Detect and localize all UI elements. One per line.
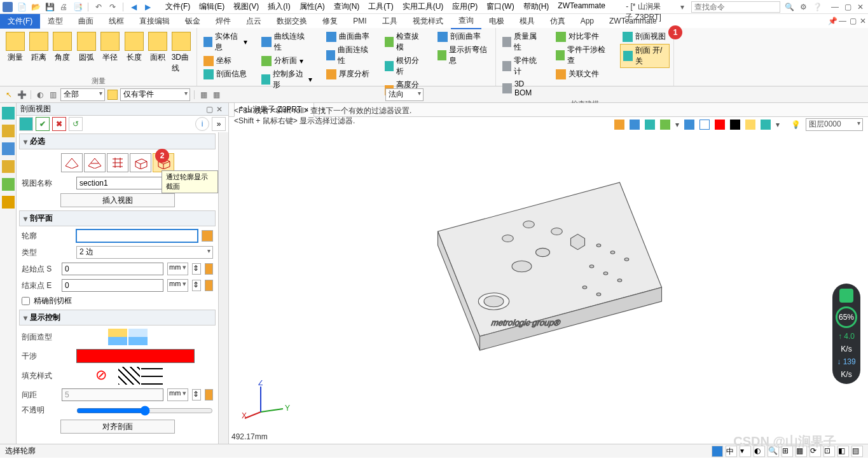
doc-min-icon[interactable]: — [837, 16, 848, 26]
menu-help[interactable]: 帮助(H) [520, 0, 553, 13]
filter-icon[interactable]: ◐ [35, 90, 45, 100]
end-pick-icon[interactable] [205, 280, 213, 291]
shape-3planes[interactable] [107, 153, 128, 172]
tab-weld[interactable]: 焊件 [208, 14, 238, 29]
menu-app[interactable]: 应用(P) [448, 0, 481, 13]
viewport[interactable]: metrologic group® X Y Z 492.17mm [229, 132, 868, 444]
profile-input[interactable] [76, 230, 198, 242]
info-icon[interactable]: i [195, 117, 209, 131]
shape-plane2[interactable] [84, 153, 106, 172]
new-icon[interactable]: 📄 [17, 2, 27, 12]
menu-view[interactable]: 视图(V) [230, 0, 263, 13]
start-step-icon[interactable]: ⇕ [192, 263, 200, 275]
section-required[interactable]: 必选 [19, 134, 216, 149]
sb-icon[interactable]: ◧ [837, 446, 849, 457]
gap-step-icon[interactable]: ⇕ [192, 389, 200, 401]
menu-file[interactable]: 文件(F) [162, 0, 194, 13]
btn-3dcurve[interactable]: 3D曲线 [170, 31, 193, 75]
btn-3dbom[interactable]: 3D BOM [500, 79, 544, 98]
section-display[interactable]: 显示控制 [19, 310, 216, 325]
vt-color-icon[interactable] [715, 120, 725, 130]
btn-radius[interactable]: 半径 [99, 31, 121, 75]
opacity-slider[interactable] [76, 406, 213, 416]
t2-icon[interactable]: ▦ [198, 90, 209, 100]
menu-teammate[interactable]: ZWTeammate [554, 0, 609, 13]
tab-exchange[interactable]: 数据交换 [269, 14, 315, 29]
shape-plane1[interactable] [61, 153, 83, 172]
gap-unit[interactable]: mm [167, 388, 188, 401]
btn-analyze-face[interactable]: 分析面▾ [259, 55, 315, 67]
btn-entity-info[interactable]: 实体信息▾ [201, 31, 250, 53]
btn-sect-curv[interactable]: 剖面曲率 [435, 31, 492, 43]
btn-measure[interactable]: 测量 [4, 31, 26, 75]
shape-box[interactable] [130, 153, 151, 172]
btn-section-toggle[interactable]: 剖面 开/关 [620, 44, 670, 68]
btn-draft[interactable]: 检查拔模 [382, 31, 425, 53]
gap-pick-icon[interactable] [205, 389, 213, 401]
end-step-icon[interactable]: ⇕ [192, 280, 200, 291]
vt-icon[interactable] [660, 120, 670, 130]
tab-query[interactable]: 查询 [451, 13, 481, 29]
btn-angle[interactable]: 角度 [52, 31, 74, 75]
orientation[interactable]: 法向 [385, 88, 424, 101]
section-plane[interactable]: 剖平面 [19, 210, 216, 226]
btn-distance[interactable]: 距离 [27, 31, 50, 75]
tab-surface[interactable]: 曲面 [71, 14, 101, 29]
vt-icon[interactable] [761, 120, 771, 130]
expand-icon[interactable]: » [212, 117, 226, 131]
style-outline[interactable] [128, 329, 148, 345]
tab-shape[interactable]: 造型 [40, 14, 71, 29]
panel-restore-icon[interactable]: ▢ [204, 104, 214, 114]
fill-hatch1[interactable] [118, 367, 140, 385]
panel-scrollbar[interactable] [218, 132, 228, 444]
doc-icon[interactable]: 📑 [72, 2, 83, 12]
apply-button[interactable]: ✔ [36, 117, 50, 131]
pick-profile-icon[interactable] [202, 230, 213, 242]
save-icon[interactable]: 💾 [45, 2, 55, 12]
tab-teammate2[interactable]: ZWTeammate [602, 15, 665, 27]
menu-edit[interactable]: 编辑(E) [195, 0, 228, 13]
lb-icon-1[interactable] [2, 107, 15, 120]
vt-icon[interactable] [684, 120, 694, 130]
align-button[interactable]: 对齐剖面 [60, 420, 175, 434]
print-icon[interactable]: 🖨 [59, 2, 69, 12]
nav-fwd-icon[interactable]: ▶ [142, 2, 153, 12]
start-pick-icon[interactable] [205, 263, 213, 275]
cursor-icon[interactable]: ↖ [4, 90, 14, 100]
accurate-checkbox[interactable] [22, 297, 30, 305]
vt-icon[interactable] [645, 120, 655, 130]
lb-icon-3[interactable] [2, 142, 15, 155]
tab-pmi[interactable]: PMI [345, 15, 374, 27]
help-icon[interactable]: ❔ [812, 2, 822, 12]
panel-filter-icon[interactable] [19, 117, 33, 131]
filter-all[interactable]: 全部 [60, 88, 105, 101]
vt-icon[interactable] [699, 120, 710, 130]
close-icon[interactable]: ✕ [855, 2, 865, 12]
doc-close-icon[interactable]: ✕ [858, 16, 868, 26]
layer-select[interactable]: 图层0000 [806, 118, 863, 131]
menu-insert[interactable]: 插入(I) [264, 0, 294, 13]
tab-tool[interactable]: 工具 [375, 14, 405, 29]
open-icon[interactable]: 📂 [31, 2, 41, 12]
cancel-button[interactable]: ✖ [52, 117, 66, 131]
btn-surf-cont[interactable]: 曲面连续性 [324, 44, 374, 67]
btn-ctrl-poly[interactable]: 控制多边形▾ [259, 68, 315, 91]
btn-undercut[interactable]: 根切分析 [382, 55, 425, 78]
minimize-icon[interactable]: — [830, 2, 840, 12]
menu-query[interactable]: 查询(N) [330, 0, 364, 13]
dropdown-icon[interactable]: ▾ [677, 2, 687, 12]
lb-icon-5[interactable] [2, 178, 15, 191]
tab-wire[interactable]: 线框 [101, 14, 132, 29]
tab-file[interactable]: 文件(F) [0, 14, 40, 29]
btn-surf-curv[interactable]: 曲面曲率 [324, 31, 374, 43]
style-solid[interactable] [108, 329, 127, 345]
sb-icon[interactable]: ▤ [851, 446, 863, 457]
ribbon-min-icon[interactable]: 📌 [827, 16, 837, 26]
interf-color[interactable] [76, 349, 195, 363]
vt-color-icon[interactable] [730, 120, 740, 130]
tab-repair[interactable]: 修复 [315, 14, 345, 29]
lb-icon-6[interactable] [2, 196, 15, 209]
menu-attr[interactable]: 属性(A) [296, 0, 329, 13]
nav-back-icon[interactable]: ◀ [128, 2, 139, 12]
btn-arc[interactable]: 圆弧 [75, 31, 97, 75]
